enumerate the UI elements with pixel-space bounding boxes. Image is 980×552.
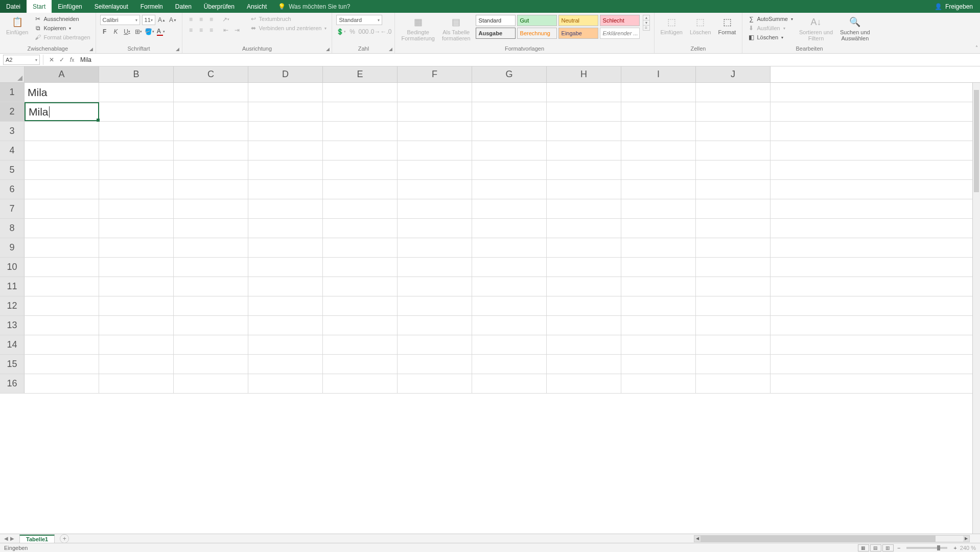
row-header[interactable]: 8: [0, 219, 25, 238]
align-right-icon[interactable]: ≡: [207, 26, 216, 35]
cell[interactable]: [472, 335, 547, 354]
cell[interactable]: [174, 296, 248, 315]
style-eingabe[interactable]: Eingabe: [558, 28, 598, 39]
cell[interactable]: [99, 277, 174, 296]
cell[interactable]: [547, 316, 621, 335]
scrollbar-thumb[interactable]: [974, 90, 979, 192]
cell[interactable]: [323, 374, 398, 393]
style-neutral[interactable]: Neutral: [558, 15, 598, 26]
row-header[interactable]: 4: [0, 141, 25, 160]
confirm-edit-button[interactable]: ✓: [57, 55, 67, 65]
cell[interactable]: [398, 180, 472, 199]
cell[interactable]: [174, 355, 248, 374]
cell[interactable]: [621, 238, 696, 257]
dialog-launcher-icon[interactable]: ◢: [387, 46, 393, 52]
cell[interactable]: [25, 219, 99, 238]
cell[interactable]: [99, 316, 174, 335]
increase-font-icon[interactable]: A▲: [157, 15, 167, 25]
column-header-c[interactable]: C: [174, 66, 248, 82]
cell[interactable]: [25, 316, 99, 335]
cell[interactable]: [696, 122, 771, 141]
row-header-1[interactable]: 1: [0, 83, 25, 102]
cell[interactable]: [323, 238, 398, 257]
cell[interactable]: [323, 160, 398, 179]
cell[interactable]: [472, 374, 547, 393]
view-normal-icon[interactable]: ▦: [858, 544, 869, 551]
cell[interactable]: [248, 122, 323, 141]
row-header[interactable]: 11: [0, 277, 25, 296]
tab-einfuegen[interactable]: Einfügen: [52, 0, 88, 13]
font-color-button[interactable]: A▾: [156, 27, 166, 36]
cell[interactable]: [323, 355, 398, 374]
cell[interactable]: [174, 374, 248, 393]
cell[interactable]: [696, 141, 771, 160]
column-header-h[interactable]: H: [547, 66, 621, 82]
zoom-in-icon[interactable]: +: [953, 545, 956, 551]
cell[interactable]: [398, 277, 472, 296]
cell[interactable]: [99, 199, 174, 218]
align-middle-icon[interactable]: ≡: [197, 15, 206, 24]
cell[interactable]: [398, 102, 472, 121]
column-header-d[interactable]: D: [248, 66, 323, 82]
find-select-button[interactable]: 🔍 Suchen und Auswählen: [838, 15, 872, 42]
cell[interactable]: [174, 316, 248, 335]
cell[interactable]: [248, 160, 323, 179]
horizontal-scrollbar[interactable]: ◀ ▶: [694, 535, 970, 542]
cell[interactable]: [696, 238, 771, 257]
gallery-more-button[interactable]: ▴▾≡: [643, 15, 650, 31]
cell[interactable]: [547, 160, 621, 179]
percent-icon[interactable]: %: [347, 27, 357, 36]
decrease-font-icon[interactable]: A▼: [169, 15, 178, 25]
column-header-i[interactable]: I: [621, 66, 696, 82]
font-size-combo[interactable]: 11▾: [142, 15, 155, 25]
cell-styles-gallery[interactable]: Standard Gut Neutral Schlecht Ausgabe Be…: [476, 15, 640, 39]
autosum-button[interactable]: ∑AutoSumme▾: [746, 15, 794, 23]
cell[interactable]: [621, 180, 696, 199]
cell[interactable]: [472, 355, 547, 374]
fill-color-button[interactable]: 🪣▾: [145, 27, 154, 36]
cell[interactable]: [248, 219, 323, 238]
cell[interactable]: [398, 335, 472, 354]
style-erklaerender[interactable]: Erklärender ...: [600, 28, 640, 39]
cell[interactable]: [398, 219, 472, 238]
wrap-text-button[interactable]: ↩Textumbruch: [249, 15, 328, 23]
tab-formeln[interactable]: Formeln: [134, 0, 169, 13]
format-as-table-button[interactable]: ▤ Als Tabelle formatieren: [440, 15, 473, 42]
cell[interactable]: [696, 374, 771, 393]
tell-me-search[interactable]: 💡 Was möchten Sie tun?: [273, 0, 355, 13]
cell[interactable]: [174, 122, 248, 141]
cell[interactable]: [174, 180, 248, 199]
tab-daten[interactable]: Daten: [169, 0, 198, 13]
cell[interactable]: [25, 238, 99, 257]
cell[interactable]: [696, 83, 771, 102]
cell[interactable]: [472, 316, 547, 335]
sort-filter-button[interactable]: A↓ Sortieren und Filtern: [797, 15, 835, 42]
cell[interactable]: [472, 258, 547, 277]
cell[interactable]: [174, 141, 248, 160]
cell[interactable]: [174, 238, 248, 257]
dialog-launcher-icon[interactable]: ◢: [324, 46, 331, 52]
align-top-icon[interactable]: ≡: [186, 15, 196, 24]
cell[interactable]: [398, 316, 472, 335]
cell[interactable]: [398, 296, 472, 315]
format-painter-button[interactable]: 🖌Format übertragen: [33, 33, 91, 41]
row-header[interactable]: 12: [0, 296, 25, 315]
currency-icon[interactable]: 💲▾: [336, 27, 345, 36]
cell[interactable]: [547, 141, 621, 160]
cell[interactable]: [99, 258, 174, 277]
column-header-a[interactable]: A: [25, 66, 99, 82]
cell[interactable]: [472, 122, 547, 141]
cell[interactable]: [323, 180, 398, 199]
cell[interactable]: [621, 141, 696, 160]
cell[interactable]: [248, 83, 323, 102]
cell[interactable]: [472, 141, 547, 160]
cell[interactable]: [99, 102, 174, 121]
cell[interactable]: [547, 355, 621, 374]
orientation-icon[interactable]: ↗▾: [221, 15, 230, 24]
increase-decimal-icon[interactable]: .0→: [370, 27, 379, 36]
cell[interactable]: [621, 219, 696, 238]
cell[interactable]: [323, 141, 398, 160]
cell[interactable]: [25, 335, 99, 354]
vertical-scrollbar[interactable]: [972, 83, 980, 534]
insert-cells-button[interactable]: ⬚ Einfügen: [659, 15, 685, 36]
